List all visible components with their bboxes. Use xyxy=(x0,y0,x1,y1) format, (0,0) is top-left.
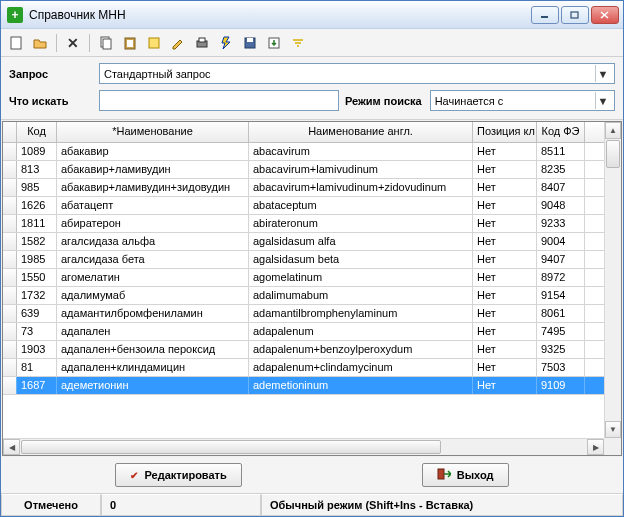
maximize-button[interactable] xyxy=(561,6,589,24)
scroll-left-icon[interactable]: ◀ xyxy=(3,439,20,455)
data-grid: Код *Наименование Наименование англ. Поз… xyxy=(2,121,622,456)
cell-name: абиратерон xyxy=(57,215,249,232)
titlebar: + Справочник МНН xyxy=(1,1,623,29)
table-row[interactable]: 813абакавир+ламивудинabacavirum+lamivudi… xyxy=(3,161,621,179)
scroll-up-icon[interactable]: ▲ xyxy=(605,122,621,139)
close-button[interactable] xyxy=(591,6,619,24)
cell-name: адамантилбромфениламин xyxy=(57,305,249,322)
table-row[interactable]: 639адамантилбромфениламинadamantilbromph… xyxy=(3,305,621,323)
table-row[interactable]: 1811абиратеронabirateronumНет9233 xyxy=(3,215,621,233)
exit-button-label: Выход xyxy=(457,469,494,481)
table-row[interactable]: 1903адапален+бензоила пероксидadapalenum… xyxy=(3,341,621,359)
table-row[interactable]: 1089абакавирabacavirumНет8511 xyxy=(3,143,621,161)
cell-pos: Нет xyxy=(473,197,537,214)
row-indicator xyxy=(3,143,17,160)
table-row[interactable]: 73адапаленadapalenumНет7495 xyxy=(3,323,621,341)
col-name[interactable]: *Наименование xyxy=(57,122,249,142)
table-row[interactable]: 1626абатацептabataceptumНет9048 xyxy=(3,197,621,215)
table-row[interactable]: 81адапален+клиндамицинadapalenum+clindam… xyxy=(3,359,621,377)
vertical-scrollbar[interactable]: ▲ ▼ xyxy=(604,122,621,438)
scroll-right-icon[interactable]: ▶ xyxy=(587,439,604,455)
row-indicator xyxy=(3,215,17,232)
col-fe[interactable]: Код ФЭ xyxy=(537,122,585,142)
chevron-down-icon: ▼ xyxy=(595,92,610,109)
grid-body: 1089абакавирabacavirumНет8511813абакавир… xyxy=(3,143,621,455)
bolt-icon[interactable] xyxy=(217,34,235,52)
cell-name: агалсидаза бета xyxy=(57,251,249,268)
scroll-down-icon[interactable]: ▼ xyxy=(605,421,621,438)
cell-name-en: abacavirum xyxy=(249,143,473,160)
cell-fe: 7495 xyxy=(537,323,585,340)
open-icon[interactable] xyxy=(31,34,49,52)
cell-fe: 9154 xyxy=(537,287,585,304)
minimize-button[interactable] xyxy=(531,6,559,24)
cell-pos: Нет xyxy=(473,233,537,250)
mode-select[interactable]: Начинается с ▼ xyxy=(430,90,615,111)
save-icon[interactable] xyxy=(241,34,259,52)
cell-name-en: adalimumabum xyxy=(249,287,473,304)
row-indicator xyxy=(3,233,17,250)
button-row: ✔ Редактировать Выход xyxy=(1,457,623,494)
minimize-icon xyxy=(540,11,550,19)
col-code[interactable]: Код xyxy=(17,122,57,142)
search-input[interactable] xyxy=(99,90,339,111)
cell-name-en: abirateronum xyxy=(249,215,473,232)
cell-pos: Нет xyxy=(473,161,537,178)
horizontal-scrollbar[interactable]: ◀ ▶ xyxy=(3,438,604,455)
copy-icon[interactable] xyxy=(97,34,115,52)
exit-button[interactable]: Выход xyxy=(422,463,509,487)
edit-button[interactable]: ✔ Редактировать xyxy=(115,463,241,487)
close-icon xyxy=(600,11,610,19)
table-row[interactable]: 1550агомелатинagomelatinumНет8972 xyxy=(3,269,621,287)
row-indicator xyxy=(3,179,17,196)
cell-name-en: agomelatinum xyxy=(249,269,473,286)
cell-pos: Нет xyxy=(473,323,537,340)
cell-code: 985 xyxy=(17,179,57,196)
scroll-thumb[interactable] xyxy=(606,140,620,168)
svg-rect-1 xyxy=(571,12,578,18)
table-row[interactable]: 1732адалимумабadalimumabumНет9154 xyxy=(3,287,621,305)
row-indicator xyxy=(3,251,17,268)
cell-name: абатацепт xyxy=(57,197,249,214)
app-icon: + xyxy=(7,7,23,23)
edit-icon[interactable] xyxy=(169,34,187,52)
print-icon[interactable] xyxy=(193,34,211,52)
cell-code: 813 xyxy=(17,161,57,178)
table-row[interactable]: 1687адеметионинademetioninumНет9109 xyxy=(3,377,621,395)
cell-code: 1732 xyxy=(17,287,57,304)
svg-rect-13 xyxy=(247,38,253,42)
svg-rect-15 xyxy=(293,39,303,41)
toolbar: ✕ xyxy=(1,29,623,57)
cell-fe: 8407 xyxy=(537,179,585,196)
table-row[interactable]: 1985агалсидаза бетаagalsidasum betaНет94… xyxy=(3,251,621,269)
scroll-thumb[interactable] xyxy=(21,440,441,454)
filter-icon[interactable] xyxy=(289,34,307,52)
export-icon[interactable] xyxy=(265,34,283,52)
row-indicator-header[interactable] xyxy=(3,122,17,142)
cell-code: 1626 xyxy=(17,197,57,214)
query-select[interactable]: Стандартный запрос ▼ xyxy=(99,63,615,84)
cell-fe: 9407 xyxy=(537,251,585,268)
cell-fe: 8511 xyxy=(537,143,585,160)
new-icon[interactable] xyxy=(7,34,25,52)
table-row[interactable]: 1582агалсидаза альфаagalsidasum alfaНет9… xyxy=(3,233,621,251)
separator xyxy=(89,34,90,52)
cell-pos: Нет xyxy=(473,359,537,376)
cell-pos: Нет xyxy=(473,377,537,394)
row-indicator xyxy=(3,377,17,394)
col-pos[interactable]: Позиция кл xyxy=(473,122,537,142)
cell-name: адеметионин xyxy=(57,377,249,394)
table-row[interactable]: 985абакавир+ламивудин+зидовудинabacaviru… xyxy=(3,179,621,197)
paste-icon[interactable] xyxy=(121,34,139,52)
svg-rect-18 xyxy=(438,469,444,479)
notes-icon[interactable] xyxy=(145,34,163,52)
cell-fe: 7503 xyxy=(537,359,585,376)
cell-name: абакавир+ламивудин+зидовудин xyxy=(57,179,249,196)
cell-fe: 8235 xyxy=(537,161,585,178)
delete-icon[interactable]: ✕ xyxy=(64,34,82,52)
col-name-en[interactable]: Наименование англ. xyxy=(249,122,473,142)
separator xyxy=(56,34,57,52)
cell-fe: 9109 xyxy=(537,377,585,394)
cell-name: адапален+клиндамицин xyxy=(57,359,249,376)
row-indicator xyxy=(3,323,17,340)
